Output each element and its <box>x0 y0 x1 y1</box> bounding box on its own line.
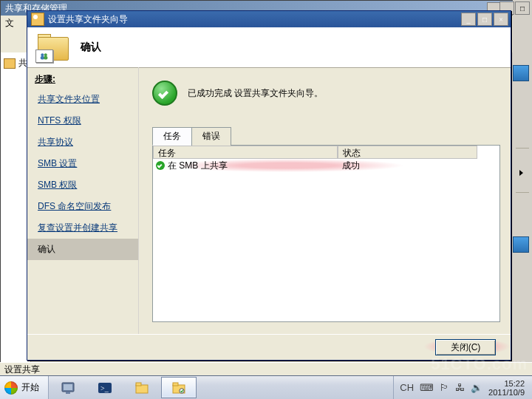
taskbar-item-explorer[interactable] <box>124 377 160 398</box>
row-success-icon <box>156 161 165 170</box>
wizard-min-button[interactable]: _ <box>461 13 476 26</box>
tray-action-icon[interactable]: 🏳 <box>440 382 449 393</box>
taskbar-clock[interactable]: 15:22 2011/10/9 <box>488 379 528 397</box>
table-row[interactable]: 在 SMB 上共享 成功 <box>153 159 499 172</box>
status-text: 设置共享 <box>4 364 40 376</box>
svg-rect-9 <box>136 385 148 393</box>
clock-time: 15:22 <box>488 379 525 388</box>
tray-volume-icon[interactable]: 🔉 <box>471 382 482 393</box>
menu-file[interactable]: 文 <box>5 17 14 30</box>
result-tabs: 任务 错误 <box>152 126 500 146</box>
start-label: 开始 <box>21 381 39 394</box>
action-pane-header2 <box>513 236 529 253</box>
wizard-close-button[interactable]: × <box>494 13 508 26</box>
row-status-text: 成功 <box>341 160 482 172</box>
clock-date: 2011/10/9 <box>488 388 525 397</box>
folder-share-icon <box>38 34 69 61</box>
svg-rect-5 <box>64 384 72 390</box>
wizard-titlebar[interactable]: 设置共享文件夹向导 _ □ × <box>27 11 511 27</box>
watermark: 51CTO.com <box>431 355 528 374</box>
taskbar-item-share[interactable] <box>161 377 197 398</box>
windows-orb-icon <box>4 381 18 395</box>
taskbar: 开始 >_ CH ⌨ 🏳 🖧 🔉 15:22 2011/10/9 <box>0 375 532 399</box>
svg-rect-12 <box>173 383 178 386</box>
action-pane-header1 <box>513 65 529 81</box>
tab-errors[interactable]: 错误 <box>191 127 231 146</box>
success-message: 已成功完成 设置共享文件夹向导。 <box>188 87 323 100</box>
taskbar-item-powershell[interactable]: >_ <box>87 377 123 398</box>
step-confirm[interactable]: 确认 <box>27 239 138 260</box>
wizard-steps-list: 步骤: 共享文件夹位置 NTFS 权限 共享协议 SMB 设置 SMB 权限 D… <box>27 67 139 335</box>
bg-max-button[interactable]: □ <box>515 1 530 15</box>
success-check-icon <box>152 81 177 106</box>
svg-point-0 <box>41 53 44 56</box>
result-list: 任务 状态 在 SMB 上共享 成功 <box>152 146 500 322</box>
tray-keyboard-icon[interactable]: ⌨ <box>420 382 434 393</box>
tab-tasks[interactable]: 任务 <box>152 127 192 146</box>
svg-rect-6 <box>66 392 70 394</box>
wizard-icon <box>31 13 44 26</box>
step-review[interactable]: 复查设置并创建共享 <box>27 217 138 239</box>
step-dfs[interactable]: DFS 命名空间发布 <box>27 196 138 217</box>
steps-heading: 步骤: <box>27 72 138 89</box>
step-ntfs[interactable]: NTFS 权限 <box>27 110 138 132</box>
step-protocol[interactable]: 共享协议 <box>27 132 138 153</box>
wizard-title: 设置共享文件夹向导 <box>48 13 128 26</box>
start-button[interactable]: 开始 <box>0 376 49 399</box>
tray-network-icon[interactable]: 🖧 <box>455 382 465 393</box>
chevron-right-icon <box>519 170 523 176</box>
svg-rect-3 <box>44 56 47 59</box>
wizard-header: 确认 <box>27 27 511 68</box>
svg-text:>_: >_ <box>100 384 109 392</box>
wizard-max-button[interactable]: □ <box>477 13 492 26</box>
wizard-dialog: 设置共享文件夹向导 _ □ × 确认 步骤: 共享文件夹位置 NTFS 权限 共… <box>27 10 511 361</box>
close-button[interactable]: 关闭(C) <box>435 339 496 355</box>
row-task-text: 在 SMB 上共享 <box>168 160 228 172</box>
wizard-header-title: 确认 <box>81 41 101 54</box>
taskbar-item-server[interactable] <box>50 377 86 398</box>
svg-rect-10 <box>136 383 141 386</box>
step-location[interactable]: 共享文件夹位置 <box>27 89 138 110</box>
step-smb-perm[interactable]: SMB 权限 <box>27 174 138 196</box>
lang-indicator[interactable]: CH <box>400 382 414 393</box>
svg-point-1 <box>44 53 47 56</box>
step-smb-settings[interactable]: SMB 设置 <box>27 153 138 174</box>
